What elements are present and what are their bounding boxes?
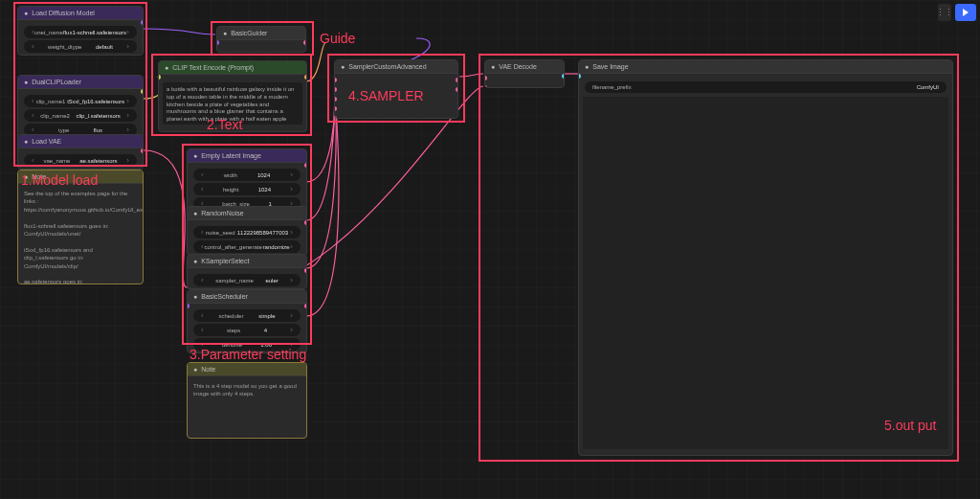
node-header: ● VAE Decode xyxy=(485,60,564,74)
widget-label: clip_name2 xyxy=(40,113,70,119)
widget-label: vae_name xyxy=(43,158,70,164)
widget-label: denoise xyxy=(222,342,242,348)
input-dot-samples[interactable] xyxy=(484,76,487,80)
prompt-textarea[interactable]: a bottle with a beautiful rainbow galaxy… xyxy=(163,82,302,125)
output-dot[interactable] xyxy=(304,268,307,273)
node-load-diffusion[interactable]: ● Load Diffusion Model ‹ unet_name flux1… xyxy=(17,6,144,56)
node-sampler-custom[interactable]: ● SamplerCustomAdvanced xyxy=(334,59,458,119)
input-dot-3[interactable] xyxy=(334,97,337,102)
output-dot[interactable] xyxy=(304,163,307,168)
widget-label: clip_name1 xyxy=(36,99,66,104)
unet-name-widget[interactable]: ‹ unet_name flux1-schnell.safetensors › xyxy=(24,26,137,38)
node-load-vae[interactable]: ● Load VAE ‹ vae_name ae.safetensors › xyxy=(17,134,144,170)
input-dot-4[interactable] xyxy=(334,106,337,111)
input-dot-2[interactable] xyxy=(334,87,337,92)
widget-value: euler xyxy=(265,278,278,284)
steps-widget[interactable]: ‹ steps 4 › xyxy=(193,324,301,336)
chevron-left-icon: ‹ xyxy=(201,170,204,179)
input-dot-vae[interactable] xyxy=(484,85,487,88)
node-title: DualCLIPLoader xyxy=(32,79,81,85)
node-header: ● Empty Latent Image xyxy=(188,149,306,163)
queue-button[interactable] xyxy=(955,4,976,21)
dot-icon: ● xyxy=(223,30,227,36)
dot-icon: ● xyxy=(193,258,197,264)
dot-icon: ● xyxy=(585,63,589,70)
output-dot-1[interactable] xyxy=(456,78,458,82)
node-header: ● BasicScheduler xyxy=(188,290,306,304)
output-dot[interactable] xyxy=(304,220,307,225)
sampler-name-widget[interactable]: ‹ sampler_name euler › xyxy=(193,274,301,286)
note-text: See the top of the examples page for the… xyxy=(18,184,143,284)
node-ksampler-select[interactable]: ● KSamplerSelect ‹ sampler_name euler › xyxy=(187,254,307,289)
output-dot[interactable] xyxy=(562,74,565,79)
node-header: ● RandomNoise xyxy=(188,207,306,220)
input-dot[interactable] xyxy=(187,304,189,308)
clip-name1-widget[interactable]: ‹ clip_name1 t5xxl_fp16.safetensors › xyxy=(24,95,137,107)
node-header: ● Note xyxy=(18,170,143,184)
width-widget[interactable]: ‹ width 1024 › xyxy=(193,169,301,181)
dot-icon: ● xyxy=(193,210,197,216)
clip-name2-widget[interactable]: ‹ clip_name2 clip_l.safetensors › xyxy=(24,109,137,122)
chevron-left-icon: ‹ xyxy=(32,97,34,105)
node-header: ● SamplerCustomAdvanced xyxy=(335,60,457,74)
output-dot-2[interactable] xyxy=(456,87,458,92)
vae-name-widget[interactable]: ‹ vae_name ae.safetensors › xyxy=(24,154,137,167)
chevron-left-icon: ‹ xyxy=(201,326,204,334)
node-title: Empty Latent Image xyxy=(201,152,261,159)
node-title: SamplerCustomAdvanced xyxy=(348,63,426,70)
widget-label: weight_dtype xyxy=(48,44,81,50)
scheduler-widget[interactable]: ‹ scheduler simple › xyxy=(193,309,301,322)
widget-value: flux1-schnell.safetensors xyxy=(63,30,126,35)
widget-value: ae.safetensors xyxy=(79,158,117,164)
widget-value: t5xxl_fp16.safetensors xyxy=(67,99,124,104)
weight-dtype-widget[interactable]: ‹ weight_dtype default › xyxy=(24,40,137,53)
dot-icon: ● xyxy=(24,10,28,16)
node-save-image[interactable]: ● Save Image filename_prefix ComfyUI xyxy=(578,59,953,456)
node-dual-clip[interactable]: ● DualCLIPLoader ‹ clip_name1 t5xxl_fp16… xyxy=(17,75,144,139)
chevron-left-icon: ‹ xyxy=(201,340,204,349)
chevron-left-icon: ‹ xyxy=(201,311,204,320)
widget-value: 1.00 xyxy=(260,342,272,348)
output-dot[interactable] xyxy=(141,89,144,94)
node-title: RandomNoise xyxy=(201,210,243,216)
node-note-1[interactable]: ● Note See the top of the examples page … xyxy=(17,170,144,284)
node-header: ● Load Diffusion Model xyxy=(18,7,143,20)
output-dot[interactable] xyxy=(304,304,307,308)
height-widget[interactable]: ‹ height 1024 › xyxy=(193,183,301,195)
node-clip-text-encode[interactable]: ● CLIP Text Encode (Prompt) a bottle wit… xyxy=(158,60,307,132)
input-dot[interactable] xyxy=(578,74,581,79)
node-random-noise[interactable]: ● RandomNoise ‹ noise_seed 1122298589477… xyxy=(187,206,307,256)
control-widget[interactable]: ‹ control_after_generate randomize › xyxy=(193,240,301,253)
input-dot-model[interactable] xyxy=(216,40,219,45)
chevron-right-icon: › xyxy=(126,156,129,165)
widget-value: clip_l.safetensors xyxy=(76,113,120,119)
node-vae-decode[interactable]: ● VAE Decode xyxy=(484,59,565,88)
node-note-2[interactable]: ● Note This is a 4 step model so you get… xyxy=(187,362,307,439)
chevron-right-icon: › xyxy=(126,28,129,36)
widget-value: 1024 xyxy=(257,172,270,178)
node-title: BasicGuider xyxy=(231,30,267,36)
node-title: Load VAE xyxy=(32,138,61,145)
node-basic-guider[interactable]: ● BasicGuider xyxy=(216,26,306,53)
node-title: Load Diffusion Model xyxy=(32,10,95,16)
output-dot[interactable] xyxy=(303,40,306,45)
node-title: Note xyxy=(32,173,46,180)
chevron-left-icon: ‹ xyxy=(201,185,204,193)
seed-widget[interactable]: ‹ noise_seed 1122298589477003 › xyxy=(193,226,301,238)
chevron-left-icon: ‹ xyxy=(32,156,34,165)
filename-prefix-widget[interactable]: filename_prefix ComfyUI xyxy=(585,81,947,93)
sidebar-toggle[interactable]: ⋮⋮ xyxy=(938,4,951,21)
chevron-left-icon: ‹ xyxy=(32,125,34,134)
chevron-right-icon: › xyxy=(126,125,129,134)
chevron-right-icon: › xyxy=(290,242,293,251)
node-empty-latent[interactable]: ● Empty Latent Image ‹ width 1024 › ‹ he… xyxy=(187,148,307,213)
denoise-widget[interactable]: ‹ denoise 1.00 › xyxy=(193,338,301,351)
input-dot-1[interactable] xyxy=(334,78,337,82)
output-dot[interactable] xyxy=(141,148,144,153)
output-dot[interactable] xyxy=(141,20,144,25)
node-title: BasicScheduler xyxy=(201,293,248,300)
input-dot[interactable] xyxy=(158,75,161,79)
node-basic-scheduler[interactable]: ● BasicScheduler ‹ scheduler simple › ‹ … xyxy=(187,289,307,353)
output-dot[interactable] xyxy=(304,75,307,79)
input-dot-5[interactable] xyxy=(334,116,337,119)
